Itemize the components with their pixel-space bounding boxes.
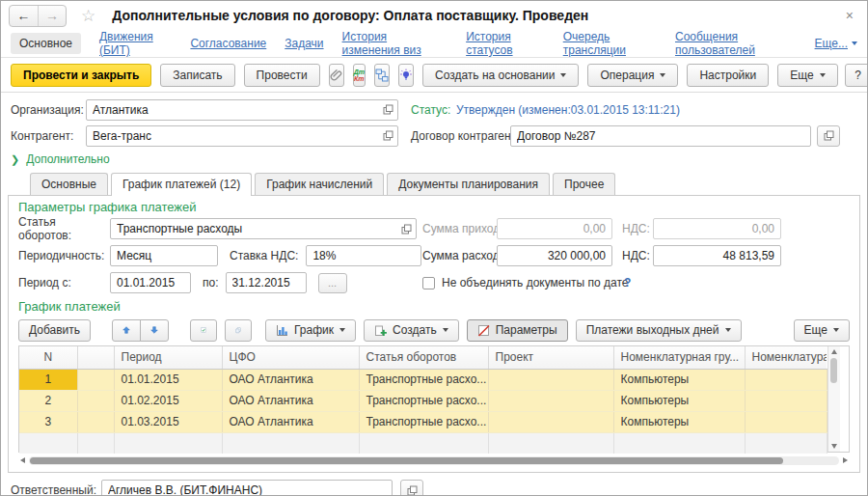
tab-other[interactable]: Прочее [553,173,615,195]
vat-rate-input[interactable] [307,246,420,265]
chart-button[interactable]: График [265,319,356,342]
cell-nomenclature[interactable] [745,369,827,390]
vertical-scroll-thumb[interactable] [830,358,837,383]
tab-planning-documents[interactable]: Документы планирования [387,173,550,195]
col-n[interactable]: N [19,346,77,369]
period-to-input[interactable] [227,273,306,292]
period-ellipsis-button[interactable]: ... [318,273,347,293]
forward-icon[interactable]: → [38,6,66,26]
turnover-item-input[interactable] [111,219,396,238]
scroll-down-icon[interactable] [831,444,837,449]
cell-nomenclature[interactable] [745,411,827,432]
tab-accrual-schedule[interactable]: График начислений [255,173,384,195]
vat-out-input[interactable] [654,246,780,265]
move-down-button[interactable] [140,319,169,342]
no-merge-help-icon[interactable]: ? [624,276,631,289]
close-icon[interactable]: × [842,6,857,25]
cell-marker[interactable] [77,390,114,411]
nav-item-tasks[interactable]: Задачи [285,37,323,50]
cell-marker[interactable] [77,369,114,390]
counterparty-choose-button[interactable] [378,126,397,146]
back-icon[interactable]: ← [10,6,38,26]
weekend-payments-button[interactable]: Платежи выходных дней [576,319,742,342]
cell-cfo[interactable]: ОАО Атлантика [222,411,359,432]
check-rows-button[interactable] [190,319,217,342]
cell-period[interactable]: 01.03.2015 [114,411,222,432]
scroll-left-icon[interactable] [20,457,25,463]
horizontal-scroll-track[interactable] [29,456,839,465]
organization-input[interactable] [87,100,378,120]
contract-input[interactable] [511,126,810,146]
cell-article[interactable]: Транспортные расхо... [359,369,488,390]
post-button[interactable]: Провести [244,64,320,87]
turnover-item-choose-button[interactable] [396,219,416,238]
cell-cfo[interactable]: ОАО Атлантика [222,390,359,411]
organization-choose-button[interactable] [378,100,397,120]
help-button[interactable]: ? [845,64,868,87]
postings-dtkt-button[interactable]: ДтКт [353,64,366,87]
tab-main[interactable]: Основные [30,173,108,195]
col-period[interactable]: Период [114,346,222,369]
amount-out-input[interactable] [498,246,611,265]
nav-item-status-history[interactable]: История статусов [466,30,545,57]
cell-marker[interactable] [77,411,114,432]
scroll-up-icon[interactable] [831,349,837,354]
post-and-close-button[interactable]: Провести и закрыть [11,64,151,87]
responsible-input[interactable] [102,481,392,496]
nav-item-user-messages[interactable]: Сообщения пользователей [675,30,797,57]
horizontal-scrollbar[interactable] [18,454,850,467]
nav-item-visa-history[interactable]: История изменения виз [342,30,448,57]
cell-article[interactable]: Транспортные расхо... [359,411,488,432]
cell-project[interactable] [488,390,613,411]
table-row[interactable]: 2 01.02.2015 ОАО Атлантика Транспортные … [19,390,827,411]
write-button[interactable]: Записать [160,64,234,87]
create-based-on-button[interactable]: Создать на основании [422,64,580,87]
cell-project[interactable] [488,411,613,432]
col-nom-group[interactable]: Номенклатурная гру... [613,346,745,369]
amount-in-input[interactable] [498,219,611,238]
periodicity-input[interactable] [111,246,217,265]
cell-nom-group[interactable]: Компьютеры [613,390,745,411]
nav-item-broadcast-queue[interactable]: Очередь трансляции [563,30,657,57]
col-project[interactable]: Проект [488,346,613,369]
cell-n[interactable]: 1 [19,369,77,390]
nav-item-approval[interactable]: Согласование [190,37,266,50]
parameters-toggle-button[interactable]: Параметры [467,319,568,342]
create-button[interactable]: Создать [364,319,459,342]
move-up-button[interactable] [112,319,141,342]
cell-nom-group[interactable]: Компьютеры [613,411,745,432]
vat-in-input[interactable] [654,219,780,238]
cell-cfo[interactable]: ОАО Атлантика [222,369,359,390]
col-nomenclature[interactable]: Номенклатура [745,346,827,369]
cell-period[interactable]: 01.01.2015 [114,369,222,390]
copy-row-button[interactable] [225,319,252,342]
col-marker[interactable] [77,346,114,369]
grid-more-button[interactable]: Еще [794,319,850,342]
document-structure-button[interactable] [374,64,390,87]
col-article[interactable]: Статья оборотов [359,346,488,369]
horizontal-scroll-thumb[interactable] [30,457,783,464]
col-cfo[interactable]: ЦФО [222,346,359,369]
nav-item-movements[interactable]: Движения (БИТ) [99,30,172,57]
attachments-button[interactable] [329,64,344,87]
cell-nom-group[interactable]: Компьютеры [613,369,745,390]
cell-n[interactable]: 3 [19,411,77,432]
additional-group-toggle[interactable]: ❯ Дополнительно [11,151,857,168]
period-from-input[interactable] [111,273,190,292]
counterparty-input[interactable] [87,126,378,146]
tab-payment-schedule[interactable]: График платежей (12) [111,173,252,196]
scroll-right-icon[interactable] [843,457,848,463]
contract-choose-button[interactable] [817,125,840,147]
no-merge-checkbox[interactable] [422,277,435,289]
table-row[interactable]: 3 01.03.2015 ОАО Атлантика Транспортные … [19,411,827,432]
operation-button[interactable]: Операция [587,64,678,87]
hint-button[interactable] [398,64,414,87]
cell-period[interactable]: 01.02.2015 [114,390,222,411]
nav-more-menu[interactable]: Еще... [815,37,857,50]
cell-n[interactable]: 2 [19,390,77,411]
more-button[interactable]: Еще [777,64,837,87]
vertical-scrollbar[interactable] [827,346,840,452]
add-row-button[interactable]: Добавить [18,319,91,342]
responsible-choose-button[interactable] [400,480,423,496]
cell-project[interactable] [488,369,613,390]
